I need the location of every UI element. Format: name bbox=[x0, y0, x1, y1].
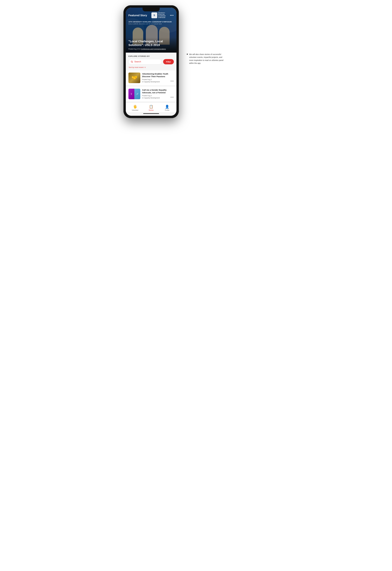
hero-story-meta: Posted Aug 13 in Conferences and Commemo… bbox=[128, 48, 174, 50]
explore-section: EXPLORE STORIES BY Search Filter Sort bbox=[126, 53, 176, 68]
hero-section: Featured Story S UNIVERSITYSCHOLARSLEADE… bbox=[126, 8, 176, 53]
story-card-2[interactable]: ♀ ♂ Call me a Gender Equality Advocate, … bbox=[126, 87, 176, 101]
search-box[interactable]: Search bbox=[128, 59, 162, 64]
profile-icon: 👤 bbox=[165, 105, 169, 109]
male-icon: ♂ bbox=[136, 92, 139, 96]
hero-event-text: 10TH UNIVERSITY SCHOLARS LEADERSHIP SYMP… bbox=[128, 21, 174, 25]
phone-notch bbox=[142, 8, 160, 11]
female-icon: ♀ bbox=[130, 92, 133, 96]
screen-content: Featured Story S UNIVERSITYSCHOLARSLEADE… bbox=[126, 8, 176, 116]
story-thumbnail-2: ♀ ♂ bbox=[128, 89, 140, 99]
search-row: Search Filter bbox=[128, 59, 174, 64]
story-meta-1: Posted Aug 3in Capacity Development bbox=[142, 78, 169, 83]
sort-chevron-icon: ∨ bbox=[144, 66, 146, 68]
usls-logo: S UNIVERSITYSCHOLARSLEADERSHIPSYMPOSIUM bbox=[151, 12, 166, 18]
stories-icon: 📋 bbox=[149, 105, 153, 109]
phone-screen: Featured Story S UNIVERSITYSCHOLARSLEADE… bbox=[126, 8, 176, 116]
story-dots-2[interactable]: ••• bbox=[170, 96, 174, 99]
sort-row[interactable]: Sort by most recent ∨ bbox=[128, 66, 174, 68]
filter-button[interactable]: Filter bbox=[163, 59, 174, 64]
home-indicator bbox=[126, 112, 176, 116]
side-note-text: We will also share stories of successful… bbox=[189, 53, 224, 65]
hero-story-title: "Local Challenges, Local Solutions": USL… bbox=[128, 40, 174, 47]
volunteer-icon: 🖐 bbox=[133, 105, 137, 109]
hero-category-link[interactable]: Conferences and Commemorations bbox=[141, 48, 166, 50]
nav-item-profile[interactable]: 👤 Profile bbox=[163, 105, 172, 111]
story-info-2: Call me a Gender Equality Advocate, not … bbox=[142, 89, 169, 99]
page-wrapper: Featured Story S UNIVERSITYSCHOLARSLEADE… bbox=[123, 5, 269, 118]
phone-mockup: Featured Story S UNIVERSITYSCHOLARSLEADE… bbox=[123, 5, 179, 118]
search-input-label: Search bbox=[134, 60, 141, 63]
search-icon bbox=[131, 60, 133, 63]
story-title-1: Volunteering Enables Youth Discover Thei… bbox=[142, 73, 169, 78]
hero-more-dots[interactable]: ••• bbox=[170, 14, 174, 17]
sort-label: Sort by most recent bbox=[129, 66, 144, 68]
nav-label-profile: Profile bbox=[165, 109, 169, 111]
story-card[interactable]: Volunteering Enables Youth Discover Thei… bbox=[126, 70, 176, 85]
hero-event-title: 10TH UNIVERSITY SCHOLARS LEADERSHIP SYMP… bbox=[128, 21, 174, 23]
story-title-2: Call me a Gender Equality Advocate, not … bbox=[142, 89, 169, 94]
explore-title: EXPLORE STORIES BY bbox=[128, 55, 174, 57]
bottom-nav: 🖐 Volunteer 📋 Stories 👤 Profile bbox=[126, 103, 176, 112]
nav-label-stories: Stories bbox=[149, 109, 154, 111]
story-meta-2: Posted Aug 3in Capacity Development bbox=[142, 95, 169, 99]
hero-bottom: "Local Challenges, Local Solutions": USL… bbox=[126, 38, 176, 53]
nav-item-volunteer[interactable]: 🖐 Volunteer bbox=[130, 105, 140, 111]
hero-event-subtitle: KUALA LUMPUR, MALAYSIA | 1ST TO 7TH AUGU… bbox=[128, 23, 174, 25]
usls-logo-text: UNIVERSITYSCHOLARSLEADERSHIPSYMPOSIUM bbox=[158, 12, 166, 18]
nav-item-stories[interactable]: 📋 Stories bbox=[146, 105, 156, 111]
side-note: We will also share stories of successful… bbox=[187, 5, 224, 65]
story-thumbnail-1 bbox=[128, 73, 140, 83]
bullet-icon bbox=[187, 54, 188, 55]
home-bar bbox=[143, 113, 159, 114]
featured-story-label: Featured Story bbox=[128, 14, 147, 17]
story-dots-1[interactable]: ••• bbox=[170, 80, 174, 83]
story-info-1: Volunteering Enables Youth Discover Thei… bbox=[142, 73, 169, 83]
stories-list: Volunteering Enables Youth Discover Thei… bbox=[126, 70, 176, 103]
side-note-content: We will also share stories of successful… bbox=[187, 53, 224, 65]
hero-header: Featured Story S UNIVERSITYSCHOLARSLEADE… bbox=[126, 12, 176, 18]
usls-logo-badge: S bbox=[151, 13, 157, 18]
nav-label-volunteer: Volunteer bbox=[132, 109, 139, 111]
svg-line-1 bbox=[132, 62, 133, 62]
